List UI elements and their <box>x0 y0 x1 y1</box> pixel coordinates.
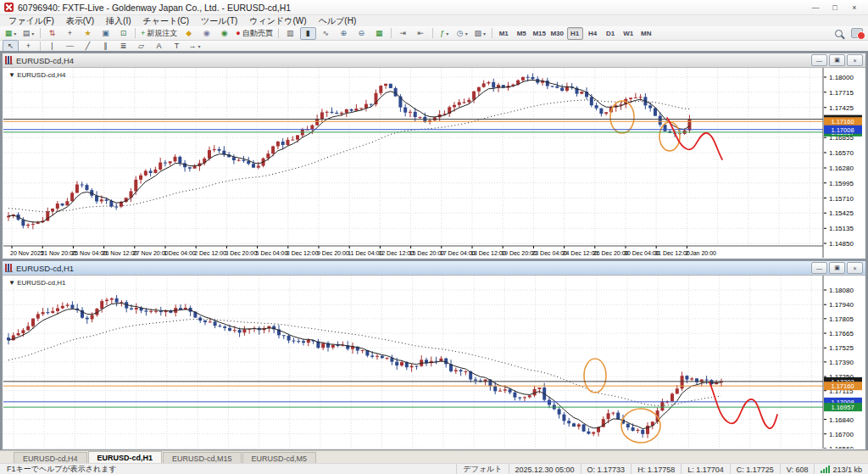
terminal-button[interactable]: ▣ <box>97 27 114 40</box>
candlestick-button[interactable]: ▮ <box>300 27 316 40</box>
svg-text:1.16957: 1.16957 <box>831 404 854 411</box>
timeframe-button-mn[interactable]: MN <box>638 27 654 40</box>
terminal-icon: ▣ <box>102 30 109 37</box>
auto-scroll-button[interactable]: ⇥ <box>395 27 411 40</box>
navigator-button[interactable]: ★ <box>80 27 96 40</box>
tile-windows-button[interactable]: ▦ <box>371 27 387 40</box>
market-watch-icon: ⇅ <box>49 30 56 37</box>
periods-button[interactable]: ◷▾ <box>454 27 470 40</box>
network-traffic: 213/1 kb <box>832 466 862 474</box>
chevron-down-icon: ▾ <box>31 31 34 36</box>
templates-button[interactable]: ▨▾ <box>472 27 488 40</box>
chevron-down-icon: ▾ <box>14 31 16 36</box>
timeframe-button-h4[interactable]: H4 <box>585 27 601 40</box>
community-icon: ◉ <box>221 30 228 37</box>
timeframe-button-m30[interactable]: M30 <box>549 27 565 40</box>
indicators-icon: ƒ <box>440 30 444 37</box>
svg-text:1.16700: 1.16700 <box>829 431 854 438</box>
line-chart-icon: ∿ <box>322 30 329 37</box>
timeframe-button-m1[interactable]: M1 <box>496 27 512 40</box>
channel-icon: ∥ <box>103 42 108 50</box>
svg-text:1.17425: 1.17425 <box>829 104 854 112</box>
bar-chart-button[interactable]: ▥ <box>282 27 298 40</box>
chart-shift-icon: ⇤ <box>417 30 424 37</box>
svg-text:11 Dec 04:00: 11 Dec 04:00 <box>348 250 382 256</box>
chart-minimize-button[interactable]: — <box>811 262 827 274</box>
chart-restore-button[interactable]: ▣ <box>829 54 845 66</box>
indicators-button[interactable]: ƒ▾ <box>437 27 453 40</box>
notifications-icon[interactable] <box>851 28 863 38</box>
chart-window-h1-title: EURUSD-cd,H1 <box>16 264 74 273</box>
data-window-button[interactable]: + <box>62 27 78 40</box>
zoom-out-button[interactable]: ⊖ <box>353 27 370 40</box>
svg-text:2 Dec 12:00: 2 Dec 12:00 <box>194 250 226 256</box>
toolbar-standard: ▦▾▤▾⇅+★▣⊡+新規注文◆◉◉●自動売買▥▮∿⊕⊖▦⇥⇤ƒ▾◷▾▨▾M1M5… <box>0 26 868 41</box>
menu-item-2[interactable]: 挿入(I) <box>101 15 136 27</box>
svg-text:1.14850: 1.14850 <box>829 240 854 248</box>
chart-window-h4-title: EURUSD-cd,H4 <box>16 56 74 65</box>
chart-window-h4-titlebar[interactable]: EURUSD-cd,H4 — ▣ × <box>3 53 865 68</box>
svg-text:1.15425: 1.15425 <box>829 209 854 217</box>
cursor-icon: ↖ <box>8 42 14 50</box>
svg-text:20 Nov 2025: 20 Nov 2025 <box>10 250 44 256</box>
menu-item-6[interactable]: ヘルプ(H) <box>314 15 362 27</box>
bar-chart-icon: ▥ <box>287 30 294 37</box>
auto-trading-label: 自動売買 <box>242 28 273 39</box>
chart-area-h1[interactable]: 1.180801.179401.178051.176651.175251.173… <box>3 276 865 449</box>
close-button[interactable]: × <box>845 2 864 14</box>
chart-minimize-button[interactable]: — <box>811 54 827 66</box>
menu-item-0[interactable]: ファイル(F) <box>3 15 59 27</box>
toolbar-separator <box>135 28 136 38</box>
svg-text:1.17665: 1.17665 <box>829 330 854 337</box>
text-icon: A <box>156 42 161 50</box>
chart-tab-3[interactable]: EURUSD-cd,M5 <box>242 452 317 464</box>
chart-tab-0[interactable]: EURUSD-cd,H4 <box>14 452 87 464</box>
menu-item-1[interactable]: 表示(V) <box>61 15 99 27</box>
menu-item-3[interactable]: チャート(C) <box>138 15 195 27</box>
chevron-down-icon: ▾ <box>446 31 448 36</box>
trendline-icon: ╱ <box>86 42 90 50</box>
zoom-in-button[interactable]: ⊕ <box>336 27 352 40</box>
chevron-down-icon: ▾ <box>483 31 486 36</box>
svg-text:1.17715: 1.17715 <box>829 89 854 97</box>
timeframe-button-d1[interactable]: D1 <box>603 27 619 40</box>
new-order-label: 新規注文 <box>147 28 177 39</box>
crosshair-icon: + <box>26 42 31 50</box>
chart-window-h1-titlebar[interactable]: EURUSD-cd,H1 — ▣ × <box>3 261 865 276</box>
chart-restore-button[interactable]: ▣ <box>829 262 845 274</box>
experts-button[interactable]: ◉ <box>198 27 214 40</box>
search-icon[interactable] <box>835 30 843 37</box>
new-order-button[interactable]: +新規注文 <box>139 27 179 40</box>
mdi-area: EURUSD-cd,H4 — ▣ × 1.180001.177151.17425… <box>0 51 868 450</box>
timeframe-button-w1[interactable]: W1 <box>620 27 637 40</box>
chart-tab-1[interactable]: EURUSD-cd,H1 <box>88 451 163 464</box>
svg-text:1.17525: 1.17525 <box>829 344 854 352</box>
chart-close-button[interactable]: × <box>847 262 863 274</box>
strategy-tester-button[interactable]: ⊡ <box>115 27 131 40</box>
svg-text:1.17940: 1.17940 <box>829 301 854 309</box>
minimize-button[interactable]: — <box>806 2 825 14</box>
chart-tab-2[interactable]: EURUSD-cd,M15 <box>163 452 242 464</box>
menu-item-5[interactable]: ウィンドウ(W) <box>244 15 311 27</box>
line-chart-button[interactable]: ∿ <box>318 27 334 40</box>
network-signal-icon <box>821 466 830 473</box>
community-button[interactable]: ◉ <box>216 27 232 40</box>
horizontal-line-icon: — <box>66 42 74 50</box>
timeframe-button-h1[interactable]: H1 <box>567 27 583 40</box>
svg-text:▼ EURUSD-cd,H4: ▼ EURUSD-cd,H4 <box>8 71 66 79</box>
chart-close-button[interactable]: × <box>847 54 863 66</box>
app-logo-icon <box>4 3 14 12</box>
maximize-button[interactable]: □ <box>826 2 844 14</box>
market-watch-button[interactable]: ⇅ <box>44 27 60 40</box>
auto-trading-button[interactable]: ●自動売買 <box>234 27 274 40</box>
metaeditor-button[interactable]: ◆ <box>181 27 197 40</box>
toolbar-separator <box>278 28 279 38</box>
toolbar-separator <box>492 28 492 38</box>
timeframe-button-m5[interactable]: M5 <box>514 27 530 40</box>
new-chart-button[interactable]: ▦▾ <box>3 27 19 40</box>
timeframe-button-m15[interactable]: M15 <box>531 27 548 40</box>
menu-item-4[interactable]: ツール(T) <box>196 15 242 27</box>
chart-area-h4[interactable]: 1.180001.177151.174251.168551.165701.162… <box>3 68 865 258</box>
profiles-button[interactable]: ▤▾ <box>20 27 36 40</box>
chart-shift-button[interactable]: ⇤ <box>413 27 429 40</box>
